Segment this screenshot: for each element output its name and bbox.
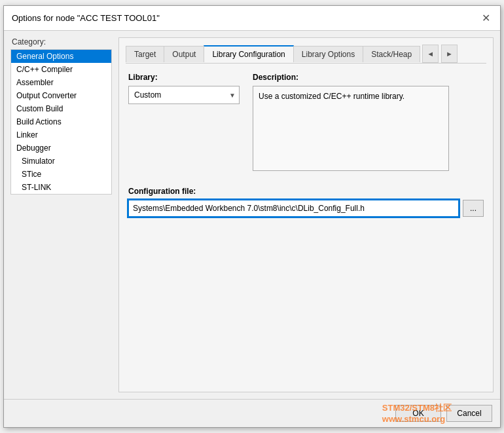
tab-next-button[interactable]: ► <box>441 45 458 63</box>
form-row: Library: NoneNormalFullCustom ▼ Descript… <box>128 73 484 171</box>
config-section: Configuration file: ... <box>128 187 484 217</box>
sidebar-item-debugger[interactable]: Debugger <box>11 141 111 155</box>
title-bar: Options for node "ACC TEST TOOL01" ✕ <box>4 6 500 31</box>
ok-button[interactable]: OK <box>395 405 441 422</box>
tabs-row: TargetOutputLibrary ConfigurationLibrary… <box>126 45 486 64</box>
library-select[interactable]: NoneNormalFullCustom <box>128 86 240 104</box>
library-dropdown-wrapper[interactable]: NoneNormalFullCustom ▼ <box>128 86 240 104</box>
sidebar-item-output-converter[interactable]: Output Converter <box>11 89 111 102</box>
dialog-footer: OK Cancel <box>4 399 500 427</box>
config-file-row: ... <box>128 200 484 217</box>
sidebar: Category: General OptionsC/C++ CompilerA… <box>10 37 112 392</box>
dialog: Options for node "ACC TEST TOOL01" ✕ Cat… <box>3 5 501 428</box>
sidebar-item-stice[interactable]: STice <box>11 168 111 181</box>
close-button[interactable]: ✕ <box>479 12 492 25</box>
sidebar-list: General OptionsC/C++ CompilerAssemblerOu… <box>10 49 112 195</box>
sidebar-item-assembler[interactable]: Assembler <box>11 76 111 89</box>
tab-stack-heap[interactable]: Stack/Heap <box>363 46 420 62</box>
content-area: Library: NoneNormalFullCustom ▼ Descript… <box>126 73 486 385</box>
sidebar-item-st-link[interactable]: ST-LINK <box>11 181 111 194</box>
library-group: Library: NoneNormalFullCustom ▼ <box>128 73 240 171</box>
tab-library-configuration[interactable]: Library Configuration <box>204 45 293 62</box>
sidebar-item-simulator[interactable]: Simulator <box>11 155 111 168</box>
cancel-button[interactable]: Cancel <box>446 405 492 422</box>
description-group: Description: <box>253 73 484 171</box>
sidebar-item-linker[interactable]: Linker <box>11 128 111 141</box>
main-panel: TargetOutputLibrary ConfigurationLibrary… <box>118 37 494 392</box>
browse-button[interactable]: ... <box>463 200 484 217</box>
sidebar-item-general-options[interactable]: General Options <box>11 50 111 63</box>
tab-library-options[interactable]: Library Options <box>293 46 363 62</box>
description-label: Description: <box>253 73 484 82</box>
sidebar-item-c-cpp-compiler[interactable]: C/C++ Compiler <box>11 63 111 76</box>
dialog-body: Category: General OptionsC/C++ CompilerA… <box>4 31 500 399</box>
sidebar-item-build-actions[interactable]: Build Actions <box>11 115 111 128</box>
category-label: Category: <box>10 37 112 47</box>
tab-prev-button[interactable]: ◄ <box>422 45 439 63</box>
description-textarea <box>253 86 449 171</box>
config-file-input[interactable] <box>128 200 459 217</box>
library-label: Library: <box>128 73 240 82</box>
sidebar-item-custom-build[interactable]: Custom Build <box>11 102 111 115</box>
tab-target[interactable]: Target <box>126 46 164 62</box>
config-file-label: Configuration file: <box>128 187 484 196</box>
dialog-title: Options for node "ACC TEST TOOL01" <box>12 13 160 23</box>
tab-output[interactable]: Output <box>164 46 204 62</box>
